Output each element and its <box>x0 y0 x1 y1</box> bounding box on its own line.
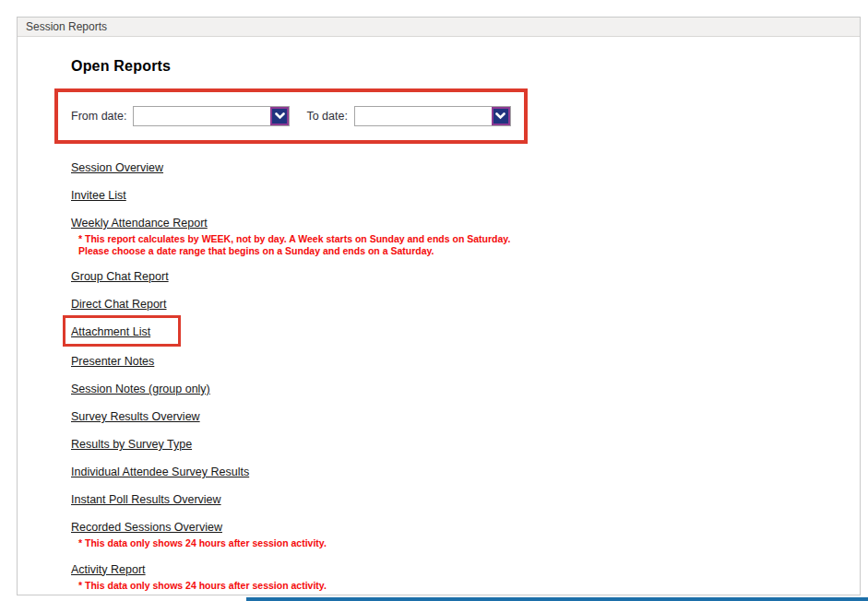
list-item: Direct Chat Report <box>71 295 860 312</box>
list-item: Group Chat Report <box>71 267 860 284</box>
list-item: Weekly Attendance Report * This report c… <box>71 214 860 256</box>
to-date-select[interactable] <box>354 106 511 126</box>
chevron-down-icon[interactable] <box>270 107 289 125</box>
from-date-select[interactable] <box>133 106 290 126</box>
report-link-presenter-notes[interactable]: Presenter Notes <box>71 356 154 368</box>
attachment-list-highlight-box: Attachment List <box>63 315 181 347</box>
report-link-session-notes[interactable]: Session Notes (group only) <box>71 383 210 395</box>
report-link-activity-report[interactable]: Activity Report <box>71 564 146 576</box>
list-item: Invitee List <box>71 186 860 203</box>
page-title: Open Reports <box>71 58 860 75</box>
to-date-label: To date: <box>306 110 347 123</box>
report-link-session-overview[interactable]: Session Overview <box>71 162 163 174</box>
list-item: Recorded Sessions Overview * This data o… <box>71 518 860 549</box>
list-item: Presenter Notes <box>71 352 860 369</box>
chevron-down-icon[interactable] <box>492 107 510 125</box>
list-item: Individual Attendee Survey Results <box>71 463 860 479</box>
list-item: Attachment List <box>71 323 860 341</box>
report-note: * This data only shows 24 hours after se… <box>78 537 860 549</box>
list-item: Activity Report * This data only shows 2… <box>71 560 860 592</box>
report-link-attachment-list[interactable]: Attachment List <box>71 326 150 338</box>
panel-header-title: Session Reports <box>18 18 860 37</box>
report-note-line: * This report calculates by WEEK, not by… <box>78 233 860 245</box>
list-item: Survey Results Overview <box>71 407 860 424</box>
report-link-invitee-list[interactable]: Invitee List <box>71 190 126 202</box>
list-item: Results by Survey Type <box>71 435 860 452</box>
date-range-highlight-box: From date: To date: <box>54 88 528 144</box>
report-note: * This data only shows 24 hours after se… <box>78 580 860 592</box>
report-note-line: Please choose a date range that begins o… <box>78 245 860 257</box>
report-note: * This report calculates by WEEK, not by… <box>78 233 860 256</box>
report-link-group-chat-report[interactable]: Group Chat Report <box>71 271 169 283</box>
report-note-line: * This data only shows 24 hours after se… <box>78 537 860 549</box>
from-date-label: From date: <box>71 110 126 123</box>
report-link-direct-chat-report[interactable]: Direct Chat Report <box>71 299 167 311</box>
report-link-weekly-attendance-report[interactable]: Weekly Attendance Report <box>71 218 208 230</box>
list-item: Instant Poll Results Overview <box>71 490 860 507</box>
session-reports-panel: Session Reports Open Reports From date: … <box>17 17 861 595</box>
list-item: Session Overview <box>71 159 860 175</box>
report-link-instant-poll-results-overview[interactable]: Instant Poll Results Overview <box>71 494 221 506</box>
report-list: Session Overview Invitee List Weekly Att… <box>71 159 860 601</box>
report-note-line: * This data only shows 24 hours after se… <box>78 580 860 592</box>
report-link-individual-attendee-survey-results[interactable]: Individual Attendee Survey Results <box>71 466 249 478</box>
report-link-results-by-survey-type[interactable]: Results by Survey Type <box>71 439 192 451</box>
list-item: Session Notes (group only) <box>71 380 860 396</box>
bottom-blue-strip <box>246 597 868 601</box>
report-link-survey-results-overview[interactable]: Survey Results Overview <box>71 411 200 423</box>
report-link-recorded-sessions-overview[interactable]: Recorded Sessions Overview <box>71 522 222 534</box>
